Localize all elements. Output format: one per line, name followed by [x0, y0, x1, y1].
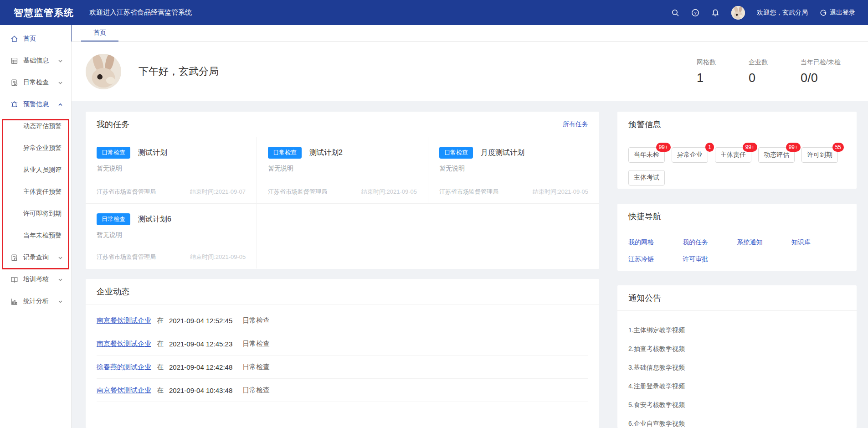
company-link[interactable]: 南京餐饮测试企业	[97, 316, 151, 325]
svg-text:?: ?	[694, 10, 696, 15]
task-description: 暂无说明	[268, 165, 417, 173]
count-badge: 99+	[786, 143, 801, 152]
sidebar-subitem-abnormal-enterprise-warning[interactable]: 异常企业预警	[0, 137, 71, 159]
sidebar-item-daily-check[interactable]: 日常检查	[0, 72, 71, 93]
quick-link-system-notice[interactable]: 系统通知	[737, 238, 791, 247]
task-description: 暂无说明	[97, 165, 246, 173]
my-tasks-header: 我的任务 所有任务	[86, 112, 599, 137]
greeting-strip: 下午好，玄武分局 网格数 1 企业数 0 当年已检/未检 0/0	[72, 42, 868, 101]
task-title: 月度测试计划	[481, 148, 524, 158]
bar-chart-icon	[10, 298, 18, 305]
warning-button-abnormal-enterprise[interactable]: 异常企业 1	[672, 147, 708, 163]
stat-label: 网格数	[697, 58, 716, 67]
notice-item[interactable]: 4.注册登录教学视频	[628, 377, 846, 396]
dynamics-timestamp: 2021-09-04 12:52:45	[169, 317, 232, 325]
chevron-down-icon	[58, 255, 63, 260]
quick-nav-header: 快捷导航	[617, 204, 857, 229]
sidebar-item-home[interactable]: 首页	[0, 28, 71, 50]
notices-header: 通知公告	[617, 285, 857, 311]
task-type-badge: 日常检查	[439, 147, 473, 159]
task-end-time: 结束时间:2021-09-07	[190, 188, 246, 196]
dynamics-list: 南京餐饮测试企业 在 2021-09-04 12:52:45 日常检查 南京餐饮…	[86, 304, 599, 402]
task-description: 暂无说明	[97, 231, 246, 239]
greeting-text: 下午好，玄武分局	[139, 65, 219, 78]
task-card[interactable]: 日常检查 月度测试计划 暂无说明 江苏省市场监督管理局 结束时间:2021-09…	[428, 137, 599, 203]
sidebar-item-training-assessment[interactable]: 培训考核	[0, 268, 71, 290]
warning-button-label: 主体考试	[634, 174, 659, 181]
sidebar-item-label: 首页	[23, 35, 36, 43]
warning-button-license-expiry[interactable]: 许可到期 55	[801, 147, 838, 163]
book-icon	[10, 276, 18, 284]
dynamics-row: 南京餐饮测试企业 在 2021-09-04 10:43:48 日常检查	[97, 379, 588, 402]
task-type-badge: 日常检查	[97, 147, 130, 159]
tab-home[interactable]: 首页	[81, 25, 118, 41]
task-card[interactable]: 日常检查 测试计划6 暂无说明 江苏省市场监督管理局 结束时间:2021-09-…	[86, 204, 257, 268]
warning-button-label: 当年未检	[634, 151, 659, 158]
dynamics-connector: 在	[157, 386, 164, 395]
sidebar-subitem-subject-responsibility-warning[interactable]: 主体责任预警	[0, 181, 71, 203]
task-row: 日常检查 测试计划 暂无说明 江苏省市场监督管理局 结束时间:2021-09-0…	[86, 137, 599, 204]
dynamics-action: 日常检查	[242, 316, 270, 325]
quick-link-jiangsu-cold-chain[interactable]: 江苏冷链	[628, 255, 683, 263]
warning-button-label: 许可到期	[807, 151, 832, 158]
task-card[interactable]: 日常检查 测试计划 暂无说明 江苏省市场监督管理局 结束时间:2021-09-0…	[86, 137, 257, 203]
count-badge: 55	[832, 143, 844, 152]
sidebar-item-statistics[interactable]: 统计分析	[0, 290, 71, 312]
notice-item[interactable]: 2.抽查考核教学视频	[628, 340, 846, 358]
all-tasks-link[interactable]: 所有任务	[563, 120, 588, 129]
grid-icon	[10, 57, 18, 65]
quick-nav-links: 我的网格 我的任务 系统通知 知识库 江苏冷链 许可审批	[617, 229, 857, 263]
sidebar-subitem-dynamic-eval-warning[interactable]: 动态评估预警	[0, 115, 71, 137]
chevron-down-icon	[58, 58, 63, 63]
sidebar-item-basic-info[interactable]: 基础信息	[0, 50, 71, 72]
task-org: 江苏省市场监督管理局	[439, 188, 498, 196]
notice-item[interactable]: 5.食安考核教学视频	[628, 396, 846, 414]
warning-button-subject-responsibility[interactable]: 主体责任 99+	[715, 147, 751, 163]
logout-button[interactable]: 退出登录	[820, 9, 855, 17]
task-card[interactable]: 日常检查 测试计划2 暂无说明 江苏省市场监督管理局 结束时间:2021-09-…	[257, 137, 428, 203]
tab-bar: 首页	[72, 25, 868, 42]
quick-link-my-grid[interactable]: 我的网格	[628, 238, 683, 247]
sidebar-subitem-license-expiring[interactable]: 许可即将到期	[0, 203, 71, 225]
quick-nav-card: 快捷导航 我的网格 我的任务 系统通知 知识库 江苏冷链 许可审批	[617, 204, 857, 271]
task-end-time: 结束时间:2021-09-05	[361, 188, 417, 196]
help-icon[interactable]: ?	[691, 9, 699, 17]
quick-link-my-tasks[interactable]: 我的任务	[683, 238, 737, 247]
stat-value: 1	[697, 71, 716, 85]
sidebar-subitem-staff-evaluation[interactable]: 从业人员测评	[0, 159, 71, 181]
dynamics-row: 徐春燕的测试企业 在 2021-09-04 12:42:48 日常检查	[97, 356, 588, 379]
warning-info-header: 预警信息	[617, 112, 857, 137]
notice-item[interactable]: 6.企业自查教学视频	[628, 414, 846, 428]
company-link[interactable]: 南京餐饮测试企业	[97, 340, 151, 348]
notice-item[interactable]: 3.基础信息教学视频	[628, 358, 846, 377]
sidebar-item-label: 日常检查	[23, 78, 49, 87]
warning-button-dynamic-eval[interactable]: 动态评估 99+	[758, 147, 795, 163]
sidebar-item-record-query[interactable]: 记录查询	[0, 247, 71, 268]
bell-icon[interactable]	[711, 9, 719, 17]
dynamics-timestamp: 2021-09-04 10:43:48	[169, 387, 232, 394]
stat-checked-unchecked: 当年已检/未检 0/0	[801, 58, 841, 85]
user-greeting: 欢迎您，玄武分局	[757, 9, 808, 17]
notice-item[interactable]: 1.主体绑定教学视频	[628, 321, 846, 340]
company-link[interactable]: 徐春燕的测试企业	[97, 363, 151, 371]
chevron-down-icon	[58, 277, 63, 282]
warning-button-subject-exam[interactable]: 主体考试	[628, 170, 665, 186]
home-icon	[10, 35, 18, 43]
stats-group: 网格数 1 企业数 0 当年已检/未检 0/0	[697, 58, 841, 85]
quick-link-knowledge-base[interactable]: 知识库	[791, 238, 846, 247]
search-icon[interactable]	[671, 9, 679, 17]
enterprise-dynamics-header: 企业动态	[86, 279, 599, 304]
sidebar: 首页 基础信息 日常检查 预警信息 动态评估预警 异常企业预警 从业人员测评	[0, 25, 72, 428]
sidebar-subitem-unchecked-this-year-warning[interactable]: 当年未检预警	[0, 225, 71, 247]
user-avatar[interactable]	[731, 6, 745, 20]
sidebar-item-label: 统计分析	[23, 297, 49, 305]
stat-value: 0/0	[801, 71, 841, 85]
chevron-down-icon	[58, 80, 63, 85]
top-header: 智慧监管系统 欢迎进入江苏省食品经营监管系统 ?	[0, 0, 868, 25]
sidebar-item-warning-info[interactable]: 预警信息	[0, 93, 71, 115]
company-link[interactable]: 南京餐饮测试企业	[97, 386, 151, 395]
warning-button-unchecked-year[interactable]: 当年未检 99+	[628, 147, 665, 163]
sidebar-item-label: 培训考核	[23, 275, 49, 284]
my-tasks-card: 我的任务 所有任务 日常检查 测试计划 暂无说明 江苏省市场监督管理局 结束时间…	[86, 112, 599, 269]
quick-link-license-approval[interactable]: 许可审批	[683, 255, 737, 263]
